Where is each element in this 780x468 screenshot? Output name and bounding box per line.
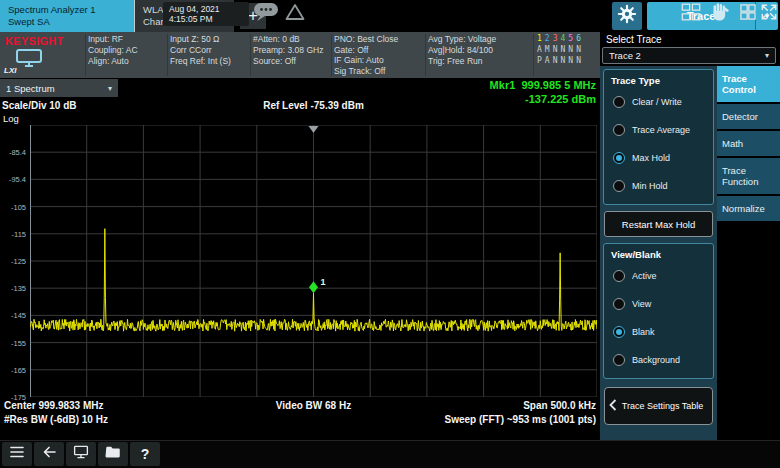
- setting-text: Coupling: AC: [88, 45, 138, 56]
- settings-column-impedance: Input Z: 50 Ω Corr CCorr Freq Ref: Int (…: [170, 34, 231, 66]
- marker-readout-frequency: Mkr1 999.985 5 MHz: [260, 79, 596, 91]
- marker-diamond-icon: [309, 281, 318, 293]
- tab-detector[interactable]: Detector: [717, 104, 780, 129]
- select-trace-value: Trace 2: [609, 50, 641, 61]
- help-button[interactable]: ?: [130, 442, 160, 466]
- trace-settings-table-label: Trace Settings Table: [617, 401, 708, 412]
- fullscreen-button[interactable]: [759, 3, 779, 25]
- radio-view[interactable]: View: [607, 290, 710, 318]
- trace-settings-table-button[interactable]: Trace Settings Table: [604, 387, 713, 425]
- legend-char: N: [568, 56, 573, 66]
- system-settings-button[interactable]: [612, 2, 642, 30]
- radio-circle: [613, 270, 625, 282]
- legend-char: N: [576, 45, 581, 55]
- spectrum-analyzer-screen: Spectrum Analyzer 1 Swept SA WLAN 1 Chan…: [0, 0, 780, 468]
- trace-legend-detectors: PANNNN: [537, 56, 581, 66]
- touch-hand-icon: [709, 1, 731, 27]
- y-axis-label: -145: [0, 311, 26, 320]
- screenshot-button[interactable]: [66, 442, 96, 466]
- spectrum-plot[interactable]: 1: [30, 125, 597, 397]
- tab-normalize[interactable]: Normalize: [717, 196, 780, 221]
- y-axis-label: -125: [0, 257, 26, 266]
- radio-clear-write[interactable]: Clear / Write: [607, 88, 710, 116]
- trace-type-title: Trace Type: [611, 75, 710, 86]
- legend-char: N: [576, 56, 581, 66]
- trace-type-group: Trace Type Clear / Write Trace Average M…: [603, 69, 714, 205]
- radio-min-hold[interactable]: Min Hold: [607, 172, 710, 200]
- back-arrow-icon: [40, 443, 58, 465]
- touch-mode-button[interactable]: [707, 3, 733, 25]
- window-selector-dropdown[interactable]: 1 Spectrum ▾: [0, 79, 118, 97]
- fullscreen-icon: [759, 2, 779, 26]
- menu-content-column: Trace Type Clear / Write Trace Average M…: [600, 66, 717, 440]
- divider: [533, 34, 534, 76]
- keysight-logo: KEYSIGHT: [5, 35, 64, 47]
- tab-spectrum-analyzer[interactable]: Spectrum Analyzer 1 Swept SA: [0, 0, 134, 32]
- tab-trace-function[interactable]: Trace Function: [717, 158, 780, 194]
- quad-display-button[interactable]: [737, 3, 759, 25]
- radio-circle: [613, 180, 625, 192]
- y-axis-label: -165: [0, 366, 26, 375]
- radio-max-hold[interactable]: Max Hold: [607, 144, 710, 172]
- radio-active[interactable]: Active: [607, 262, 710, 290]
- gear-icon: [617, 4, 637, 28]
- legend-char: 1: [537, 34, 542, 44]
- setting-text: Sig Track: Off: [334, 66, 398, 77]
- legend-char: N: [560, 56, 565, 66]
- legend-char: A: [545, 56, 550, 66]
- y-axis-labels: -85.4-95.4-105-115-125-135-145-155-165-1…: [0, 125, 27, 397]
- main-menu-button[interactable]: [2, 442, 32, 466]
- settings-column-input: Input: RF Coupling: AC Align: Auto: [88, 34, 138, 66]
- alert-triangle-icon: [285, 3, 305, 25]
- trace-legend-types: AMNNNN: [537, 45, 581, 55]
- radio-circle-selected: [613, 326, 625, 338]
- y-axis-label: -115: [0, 230, 26, 239]
- back-button[interactable]: [34, 442, 64, 466]
- legend-char: 4: [560, 34, 565, 44]
- alert-indicator[interactable]: [284, 3, 306, 25]
- quad-display-icon: [738, 2, 758, 26]
- setting-text: Avg Type: Voltage: [428, 34, 496, 45]
- legend-char: 2: [545, 34, 550, 44]
- y-axis-label: -85.4: [0, 148, 26, 157]
- tab-trace-control[interactable]: Trace Control: [717, 66, 780, 102]
- log-scale-label: Log: [3, 113, 19, 124]
- setting-text: IF Gain: Auto: [334, 55, 398, 66]
- legend-char: M: [545, 45, 550, 55]
- radio-blank[interactable]: Blank: [607, 318, 710, 346]
- y-axis-label: -105: [0, 203, 26, 212]
- lxi-logo: LXI: [4, 66, 16, 75]
- restart-max-hold-button[interactable]: Restart Max Hold: [604, 211, 713, 237]
- res-bw-label: #Res BW (-6dB) 10 Hz: [4, 414, 108, 425]
- settings-column-avg: Avg Type: Voltage Avg|Hold: 84/100 Trig:…: [428, 34, 496, 66]
- messages-button[interactable]: [252, 3, 280, 25]
- setting-text: Gate: Off: [334, 45, 398, 56]
- instrument-display-icon: [14, 48, 44, 72]
- setting-text: Freq Ref: Int (S): [170, 56, 231, 67]
- divider: [331, 34, 332, 76]
- view-blank-title: View/Blank: [611, 249, 710, 260]
- tab-math[interactable]: Math: [717, 131, 780, 156]
- radio-label: Trace Average: [632, 125, 690, 135]
- radio-label: Active: [632, 271, 657, 281]
- file-explorer-button[interactable]: [98, 442, 128, 466]
- chat-bubble-icon: [253, 1, 279, 27]
- radio-trace-average[interactable]: Trace Average: [607, 116, 710, 144]
- folder-icon: [104, 443, 122, 465]
- select-trace-dropdown[interactable]: Trace 2 ▾: [602, 47, 776, 64]
- setting-text: Align: Auto: [88, 56, 138, 67]
- legend-char: 6: [576, 34, 581, 44]
- legend-char: N: [560, 45, 565, 55]
- settings-column-atten: #Atten: 0 dB Preamp: 3.08 GHz Source: Of…: [253, 34, 323, 66]
- setting-text: PNO: Best Close: [334, 34, 398, 45]
- legend-char: P: [537, 56, 542, 66]
- legend-char: 3: [553, 34, 558, 44]
- window-arrange-button[interactable]: [678, 3, 704, 25]
- radio-label: Max Hold: [632, 153, 670, 163]
- trace-legend-numbers: 123456: [537, 34, 581, 44]
- window-selector-value: 1 Spectrum: [6, 83, 55, 94]
- radio-label: Min Hold: [632, 181, 668, 191]
- radio-circle: [613, 298, 625, 310]
- radio-background[interactable]: Background: [607, 346, 710, 374]
- datetime-display[interactable]: Aug 04, 2021 4:15:05 PM: [163, 2, 249, 26]
